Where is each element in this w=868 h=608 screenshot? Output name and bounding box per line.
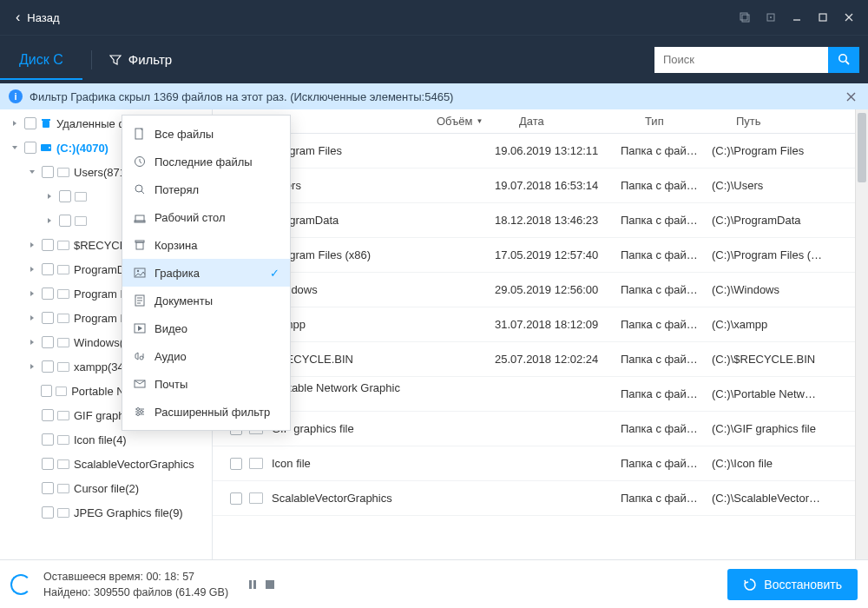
row-date: 19.07.2018 16:53:14	[495, 179, 621, 192]
filter-menu-item[interactable]: Корзина	[122, 231, 290, 259]
filter-menu-item[interactable]: Почты	[122, 370, 290, 398]
filter-menu-item[interactable]: Последние файлы	[122, 148, 290, 175]
infobar-close-button[interactable]	[843, 89, 859, 105]
search-button[interactable]	[828, 47, 859, 73]
tree-item[interactable]: ScalableVectorGraphics	[0, 452, 212, 476]
folder-icon	[57, 338, 69, 347]
filter-button[interactable]: Фильтр	[101, 45, 181, 74]
window-maximize-button[interactable]	[811, 5, 835, 30]
filter-menu-item[interactable]: Видео	[122, 314, 290, 342]
svg-rect-17	[253, 580, 256, 589]
tree-arrow-icon[interactable]	[42, 193, 57, 200]
tree-checkbox[interactable]	[42, 360, 54, 373]
tree-item[interactable]: Cursor file(2)	[0, 476, 212, 500]
tree-arrow-icon[interactable]	[24, 266, 40, 273]
folder-icon	[56, 387, 67, 396]
table-row[interactable]: xampp31.07.2018 18:12:09Папка с фай…(C:)…	[213, 307, 855, 342]
filter-item-label: Последние файлы	[155, 155, 253, 169]
folder-icon	[249, 492, 263, 504]
tree-checkbox[interactable]	[42, 409, 54, 421]
table-row[interactable]: Portable Network Graphic fileПапка с фай…	[213, 377, 855, 412]
restore-button[interactable]: Восстановить	[727, 569, 858, 600]
search-input[interactable]	[654, 47, 828, 73]
table-row[interactable]: ScalableVectorGraphicsПапка с фай…(C:)\S…	[213, 481, 855, 516]
filter-item-label: Рабочий стол	[155, 211, 226, 224]
folder-icon	[57, 362, 69, 372]
row-checkbox[interactable]	[230, 492, 242, 505]
filter-menu-item[interactable]: Документы	[122, 287, 290, 314]
row-date: 17.05.2019 12:57:40	[495, 248, 621, 261]
filter-menu-item[interactable]: Аудио	[122, 342, 290, 370]
col-date[interactable]: Дата	[512, 115, 638, 128]
row-path: (C:)\ProgramData	[712, 214, 855, 227]
row-date: 25.07.2018 12:02:24	[495, 353, 621, 366]
table-row[interactable]: Icon fileПапка с фай…(C:)\Icon file	[213, 446, 855, 481]
tab-disk-c[interactable]: Диск С	[0, 40, 82, 80]
tree-checkbox[interactable]	[41, 385, 52, 397]
tree-arrow-icon[interactable]	[7, 144, 23, 151]
col-type[interactable]: Тип	[638, 115, 729, 128]
scrollbar-thumb[interactable]	[858, 113, 866, 182]
window-close-button[interactable]	[837, 5, 861, 30]
row-checkbox[interactable]	[230, 458, 242, 470]
table-row[interactable]: GIF graphics fileПапка с фай…(C:)\GIF gr…	[213, 412, 855, 446]
table-row[interactable]: Program Files (x86)17.05.2019 12:57:40Па…	[213, 238, 855, 273]
filter-menu-item[interactable]: Расширенный фильтр	[122, 398, 290, 426]
row-type: Папка с фай…	[621, 457, 712, 470]
tree-checkbox[interactable]	[24, 117, 36, 129]
filter-menu-item[interactable]: Потерял	[122, 175, 290, 203]
row-date: 31.07.2018 18:12:09	[495, 318, 621, 331]
folder-icon	[57, 435, 69, 445]
table-row[interactable]: ProgramData18.12.2018 13:46:23Папка с фа…	[213, 203, 855, 238]
tree-checkbox[interactable]	[24, 142, 36, 154]
tree-checkbox[interactable]	[42, 458, 54, 470]
tree-arrow-icon[interactable]	[24, 363, 40, 370]
col-volume[interactable]: Объём▼	[430, 115, 512, 128]
tree-checkbox[interactable]	[42, 239, 54, 251]
window-tab-icon[interactable]	[733, 5, 757, 30]
table-row[interactable]: $RECYCLE.BIN25.07.2018 12:02:24Папка с ф…	[213, 342, 855, 377]
tree-checkbox[interactable]	[42, 506, 54, 519]
svg-line-22	[141, 191, 144, 194]
tree-arrow-icon[interactable]	[24, 314, 40, 321]
col-path[interactable]: Путь	[729, 115, 855, 128]
tree-arrow-icon[interactable]	[42, 217, 57, 224]
tree-checkbox[interactable]	[42, 166, 54, 178]
tree-checkbox[interactable]	[59, 215, 71, 227]
filter-dropdown-menu: Все файлыПоследние файлыПотерялРабочий с…	[122, 115, 291, 431]
row-path: (C:)\Portable Netw…	[712, 387, 855, 400]
tree-checkbox[interactable]	[59, 190, 71, 202]
row-date: 18.12.2018 13:46:23	[495, 214, 621, 227]
stop-button[interactable]	[265, 579, 275, 590]
filter-item-label: Расширенный фильтр	[155, 406, 270, 419]
tree-checkbox[interactable]	[42, 482, 54, 494]
back-button[interactable]: ‹ Назад	[7, 4, 69, 30]
tree-checkbox[interactable]	[42, 263, 54, 275]
pause-button[interactable]	[247, 579, 258, 590]
row-path: (C:)\GIF graphics file	[712, 422, 855, 435]
tree-item[interactable]: Icon file(4)	[0, 427, 212, 452]
vertical-scrollbar[interactable]	[855, 109, 868, 559]
tree-arrow-icon[interactable]	[24, 290, 40, 297]
tree-arrow-icon[interactable]	[24, 241, 40, 248]
tree-arrow-icon[interactable]	[24, 169, 40, 175]
tree-arrow-icon[interactable]	[24, 339, 40, 346]
filter-menu-item[interactable]: Рабочий стол	[122, 203, 290, 231]
table-row[interactable]: Users19.07.2018 16:53:14Папка с фай…(C:)…	[213, 169, 855, 203]
filter-menu-item[interactable]: Графика✓	[122, 259, 290, 287]
tree-checkbox[interactable]	[42, 312, 54, 324]
filter-menu-item[interactable]: Все файлы	[122, 120, 290, 148]
filter-item-icon	[133, 350, 146, 363]
hdd-icon	[40, 142, 52, 154]
table-row[interactable]: Program Files19.06.2019 13:12:11Папка с …	[213, 134, 855, 169]
tree-arrow-icon[interactable]	[7, 120, 23, 127]
column-header[interactable]: Объём▼ Дата Тип Путь	[213, 109, 855, 134]
svg-rect-5	[819, 14, 826, 21]
window-minimize-button[interactable]	[785, 5, 809, 30]
tree-checkbox[interactable]	[42, 433, 54, 446]
tree-checkbox[interactable]	[42, 287, 54, 300]
window-restore-icon[interactable]	[759, 5, 783, 30]
table-row[interactable]: Windows29.05.2019 12:56:00Папка с фай…(C…	[213, 273, 855, 307]
tree-item[interactable]: JPEG Graphics file(9)	[0, 500, 212, 525]
tree-checkbox[interactable]	[42, 336, 54, 348]
